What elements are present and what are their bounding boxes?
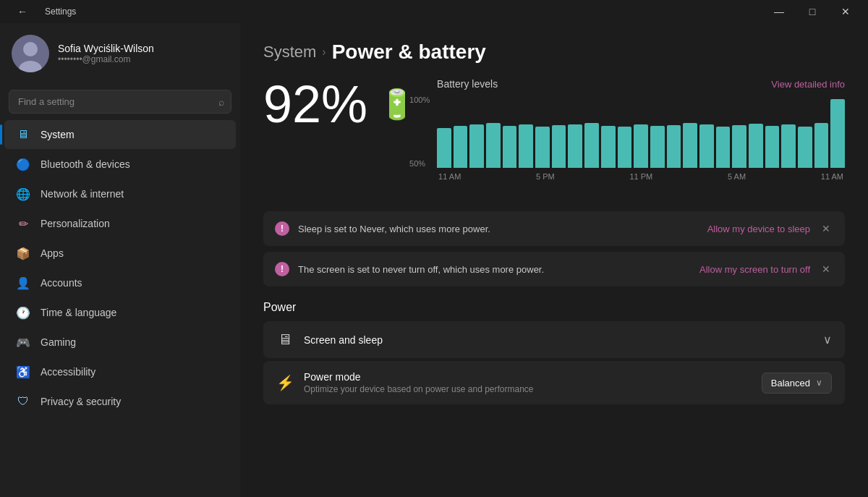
chart-bar bbox=[781, 124, 796, 168]
back-button[interactable]: ← bbox=[6, 0, 39, 23]
setting-icon-screen-sleep: 🖥 bbox=[276, 331, 294, 348]
power-items: 🖥 Screen and sleep ∨ ⚡ Power mode Optimi… bbox=[263, 321, 845, 404]
sidebar-item-time[interactable]: 🕐 Time & language bbox=[4, 298, 236, 327]
sidebar-item-system[interactable]: 🖥 System bbox=[4, 120, 236, 149]
app-title: Settings bbox=[45, 7, 76, 17]
chart-title: Battery levels bbox=[437, 78, 498, 90]
user-profile[interactable]: Sofia Wyciślik-Wilson ••••••••@gmail.com bbox=[0, 23, 240, 84]
sidebar-item-accounts[interactable]: 👤 Accounts bbox=[4, 268, 236, 297]
chart-bar bbox=[486, 123, 501, 168]
alert-action-1[interactable]: Allow my screen to turn off bbox=[699, 264, 810, 275]
breadcrumb: System › Power & battery bbox=[263, 41, 845, 64]
alert-close-1[interactable]: ✕ bbox=[819, 260, 833, 278]
nav-icon-bluetooth: 🔵 bbox=[16, 157, 30, 171]
nav-label-bluetooth: Bluetooth & devices bbox=[41, 158, 224, 170]
sidebar-item-bluetooth[interactable]: 🔵 Bluetooth & devices bbox=[4, 150, 236, 179]
alert-text-0: Sleep is set to Never, which uses more p… bbox=[298, 224, 699, 234]
chart-bar bbox=[732, 125, 746, 168]
setting-action-screen-sleep: ∨ bbox=[823, 333, 832, 347]
expand-icon-0: ∨ bbox=[823, 333, 832, 347]
chart-bar bbox=[814, 123, 829, 168]
alert-close-0[interactable]: ✕ bbox=[819, 220, 833, 237]
sidebar-item-gaming[interactable]: 🎮 Gaming bbox=[4, 328, 236, 357]
chart-bar bbox=[535, 127, 550, 168]
chart-area: 100% 50% 11 AM 5 PM 11 PM 5 AM 11 AM bbox=[437, 95, 845, 197]
search-input[interactable] bbox=[9, 90, 231, 114]
chart-bar bbox=[454, 126, 468, 168]
view-detailed-link[interactable]: View detailed info bbox=[771, 79, 845, 90]
sidebar-item-privacy[interactable]: 🛡 Privacy & security bbox=[4, 387, 236, 416]
chart-bar bbox=[503, 126, 517, 168]
alert-icon-1: ! bbox=[275, 262, 289, 276]
minimize-button[interactable]: — bbox=[762, 0, 796, 23]
window-controls: — □ ✕ bbox=[762, 0, 862, 23]
nav-label-personalization: Personalization bbox=[41, 218, 224, 229]
titlebar: ← Settings — □ ✕ bbox=[0, 0, 868, 23]
setting-row-screen-sleep[interactable]: 🖥 Screen and sleep ∨ bbox=[263, 321, 845, 358]
chart-bar bbox=[519, 124, 533, 168]
chart-bar bbox=[634, 124, 648, 168]
maximize-button[interactable]: □ bbox=[796, 0, 829, 23]
nav-label-privacy: Privacy & security bbox=[41, 396, 224, 407]
chart-bar bbox=[830, 99, 845, 168]
sidebar: Sofia Wyciślik-Wilson ••••••••@gmail.com… bbox=[0, 23, 240, 497]
avatar bbox=[12, 35, 49, 72]
nav-icon-gaming: 🎮 bbox=[16, 335, 30, 349]
chart-bar bbox=[765, 126, 780, 168]
user-email: ••••••••@gmail.com bbox=[58, 54, 154, 64]
chart-bar bbox=[683, 123, 697, 168]
chart-bar bbox=[667, 125, 681, 168]
breadcrumb-current: Power & battery bbox=[332, 41, 486, 64]
nav-icon-accounts: 👤 bbox=[16, 276, 30, 290]
battery-left: 92% 🔋 bbox=[263, 78, 415, 130]
main-container: Sofia Wyciślik-Wilson ••••••••@gmail.com… bbox=[0, 23, 868, 497]
dropdown-power-mode[interactable]: Balanced ∨ bbox=[762, 373, 832, 394]
chart-label-4: 11 AM bbox=[821, 172, 843, 181]
chart-bar bbox=[699, 124, 714, 168]
sidebar-nav: 🖥 System 🔵 Bluetooth & devices 🌐 Network… bbox=[0, 119, 240, 417]
alert-action-0[interactable]: Allow my device to sleep bbox=[707, 224, 810, 234]
breadcrumb-parent: System bbox=[263, 43, 316, 61]
chart-bar bbox=[437, 128, 451, 168]
search-container: ⌕ bbox=[0, 84, 240, 119]
nav-icon-network: 🌐 bbox=[16, 187, 30, 201]
sidebar-item-personalization[interactable]: ✏ Personalization bbox=[4, 209, 236, 238]
sidebar-item-apps[interactable]: 📦 Apps bbox=[4, 239, 236, 268]
chart-bar bbox=[469, 124, 484, 168]
nav-icon-system: 🖥 bbox=[16, 127, 30, 142]
setting-label-screen-sleep: Screen and sleep bbox=[304, 334, 813, 346]
setting-text-screen-sleep: Screen and sleep bbox=[304, 334, 813, 346]
chart-bar bbox=[650, 126, 665, 168]
chart-bar bbox=[601, 126, 616, 168]
alert-icon-0: ! bbox=[275, 221, 289, 236]
nav-icon-apps: 📦 bbox=[16, 246, 30, 260]
nav-label-system: System bbox=[41, 129, 224, 140]
setting-icon-power-mode: ⚡ bbox=[276, 374, 294, 391]
dropdown-value-power-mode: Balanced bbox=[771, 378, 810, 388]
power-section-title: Power bbox=[263, 301, 845, 314]
sidebar-item-accessibility[interactable]: ♿ Accessibility bbox=[4, 357, 236, 386]
chart-bar bbox=[798, 127, 812, 168]
nav-label-apps: Apps bbox=[41, 247, 224, 259]
chart-bar bbox=[716, 127, 731, 168]
user-info: Sofia Wyciślik-Wilson ••••••••@gmail.com bbox=[58, 43, 154, 64]
chart-bar bbox=[552, 125, 566, 168]
setting-action-power-mode: Balanced ∨ bbox=[762, 373, 832, 394]
chart-bar bbox=[618, 127, 632, 168]
battery-section: 92% 🔋 Battery levels View detailed info … bbox=[263, 78, 845, 197]
setting-row-power-mode[interactable]: ⚡ Power mode Optimize your device based … bbox=[263, 361, 845, 404]
nav-label-network: Network & internet bbox=[41, 188, 224, 200]
chart-label-3: 5 AM bbox=[728, 172, 746, 181]
chart-bar bbox=[749, 124, 763, 168]
chart-bar bbox=[568, 124, 582, 168]
alerts-container: ! Sleep is set to Never, which uses more… bbox=[263, 211, 845, 286]
chart-label-1: 5 PM bbox=[536, 172, 555, 181]
alert-row-1: ! The screen is set to never turn off, w… bbox=[263, 252, 845, 286]
chart-header: Battery levels View detailed info bbox=[437, 78, 845, 90]
setting-label-power-mode: Power mode bbox=[304, 371, 752, 383]
nav-icon-accessibility: ♿ bbox=[16, 365, 30, 379]
chart-label-0: 11 AM bbox=[438, 172, 461, 181]
close-button[interactable]: ✕ bbox=[829, 0, 862, 23]
setting-text-power-mode: Power mode Optimize your device based on… bbox=[304, 371, 752, 394]
sidebar-item-network[interactable]: 🌐 Network & internet bbox=[4, 179, 236, 208]
